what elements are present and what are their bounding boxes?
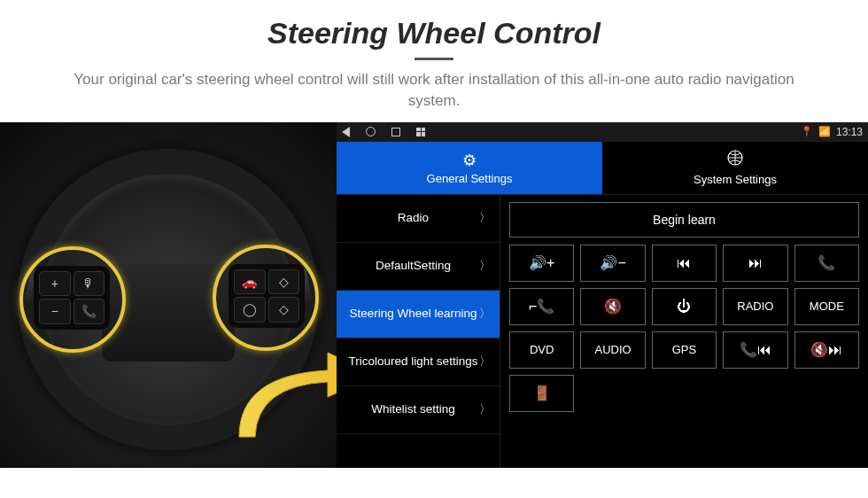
- radio-label: RADIO: [737, 300, 773, 313]
- sidebar-item-label: Whitelist setting: [347, 402, 479, 416]
- chevron-right-icon: 〉: [479, 354, 491, 369]
- call-prev-button[interactable]: 📞⏮: [723, 331, 787, 369]
- page-subtitle: Your original car's steering wheel contr…: [53, 69, 815, 112]
- chevron-right-icon: 〉: [479, 259, 491, 273]
- wheel-btn-r4: ◇: [268, 297, 300, 323]
- car-door-icon: 🚪: [533, 385, 551, 401]
- gps-button[interactable]: GPS: [652, 331, 717, 369]
- page-title: Steering Wheel Control: [53, 16, 815, 51]
- steering-wheel-photo: + 🎙 − 📞 🚗 ◇ ◯ ◇: [0, 122, 337, 468]
- chevron-right-icon: 〉: [479, 211, 491, 225]
- car-door-button[interactable]: 🚪: [509, 375, 574, 412]
- radio-button[interactable]: RADIO: [723, 288, 787, 325]
- wheel-btn-r1: 🚗: [234, 269, 266, 295]
- volume-up-icon: 🔊+: [529, 254, 554, 271]
- wifi-icon: 📶: [818, 126, 831, 137]
- chevron-right-icon: 〉: [479, 307, 491, 321]
- tab-label: System Settings: [694, 173, 777, 186]
- status-time: 13:13: [836, 126, 863, 138]
- globe-icon: [726, 149, 744, 171]
- recent-icon[interactable]: [391, 128, 400, 136]
- hangup-icon: ⌐📞: [529, 298, 554, 315]
- audio-button[interactable]: AUDIO: [580, 331, 645, 369]
- begin-learn-label: Begin learn: [653, 213, 716, 227]
- prev-icon: ⏮: [677, 255, 691, 271]
- call-prev-icon: 📞⏮: [740, 341, 771, 358]
- power-button[interactable]: ⏻: [652, 288, 717, 325]
- chevron-right-icon: 〉: [479, 402, 491, 416]
- sidebar-item-tricoloured-light[interactable]: Tricoloured light settings 〉: [337, 338, 500, 386]
- call-hangup-button[interactable]: ⌐📞: [509, 288, 574, 325]
- head-unit-screen: 📍 📶 13:13 ⚙ General Settings System Sett…: [337, 122, 868, 468]
- sidebar-item-label: Steering Wheel learning: [347, 307, 479, 321]
- audio-label: AUDIO: [595, 343, 632, 356]
- prev-track-button[interactable]: ⏮: [652, 245, 717, 282]
- tab-label: General Settings: [427, 172, 513, 185]
- mute-icon: 🔇: [604, 298, 622, 315]
- wheel-btn-phone: 📞: [74, 299, 105, 324]
- mode-button[interactable]: MODE: [794, 288, 859, 325]
- call-answer-button[interactable]: 📞: [794, 245, 859, 282]
- volume-down-button[interactable]: 🔊−: [580, 245, 645, 282]
- gps-icon: 📍: [801, 126, 813, 137]
- gear-icon: ⚙: [462, 151, 477, 170]
- wheel-btn-plus: +: [39, 271, 71, 297]
- home-icon[interactable]: [366, 127, 376, 136]
- tab-general-settings[interactable]: ⚙ General Settings: [337, 142, 602, 195]
- sidebar-item-label: Tricoloured light settings: [347, 354, 479, 369]
- dvd-label: DVD: [530, 343, 554, 356]
- wheel-buttons-right: 🚗 ◇ ◯ ◇: [229, 264, 305, 328]
- sidebar-item-default-setting[interactable]: DefaultSetting 〉: [337, 243, 500, 291]
- gps-label: GPS: [672, 343, 696, 356]
- back-icon[interactable]: [342, 127, 350, 137]
- wheel-btn-r3: ◯: [234, 297, 266, 323]
- begin-learn-button[interactable]: Begin learn: [509, 202, 859, 237]
- sidebar-item-label: DefaultSetting: [347, 259, 479, 273]
- wheel-btn-r2: ◇: [268, 269, 300, 295]
- tab-system-settings[interactable]: System Settings: [602, 142, 868, 195]
- call-next-button[interactable]: 🔇⏭: [794, 331, 859, 369]
- mute-button[interactable]: 🔇: [580, 288, 645, 325]
- apps-icon[interactable]: [416, 128, 425, 136]
- next-track-button[interactable]: ⏭: [723, 245, 787, 282]
- sidebar-item-steering-wheel[interactable]: Steering Wheel learning 〉: [337, 291, 500, 338]
- title-divider: [415, 58, 453, 60]
- power-icon: ⏻: [677, 299, 691, 315]
- sidebar-item-radio[interactable]: Radio 〉: [337, 195, 500, 243]
- wheel-btn-minus: −: [39, 299, 71, 324]
- sidebar-item-whitelist[interactable]: Whitelist setting 〉: [337, 386, 500, 434]
- phone-icon: 📞: [818, 254, 835, 271]
- settings-sidebar: Radio 〉 DefaultSetting 〉 Steering Wheel …: [337, 195, 500, 468]
- mode-label: MODE: [810, 300, 844, 313]
- sidebar-item-label: Radio: [347, 211, 479, 225]
- volume-down-icon: 🔊−: [600, 254, 625, 271]
- learning-panel: Begin learn 🔊+ 🔊− ⏮ ⏭ 📞 ⌐📞 🔇 ⏻ RADIO MOD…: [500, 195, 868, 468]
- call-next-icon: 🔇⏭: [810, 341, 842, 358]
- status-bar: 📍 📶 13:13: [337, 122, 868, 142]
- next-icon: ⏭: [748, 255, 763, 271]
- dvd-button[interactable]: DVD: [509, 331, 574, 369]
- callout-arrow: [230, 348, 337, 455]
- volume-up-button[interactable]: 🔊+: [509, 245, 574, 282]
- wheel-btn-voice: 🎙: [74, 271, 105, 297]
- wheel-buttons-left: + 🎙 − 📞: [34, 266, 110, 330]
